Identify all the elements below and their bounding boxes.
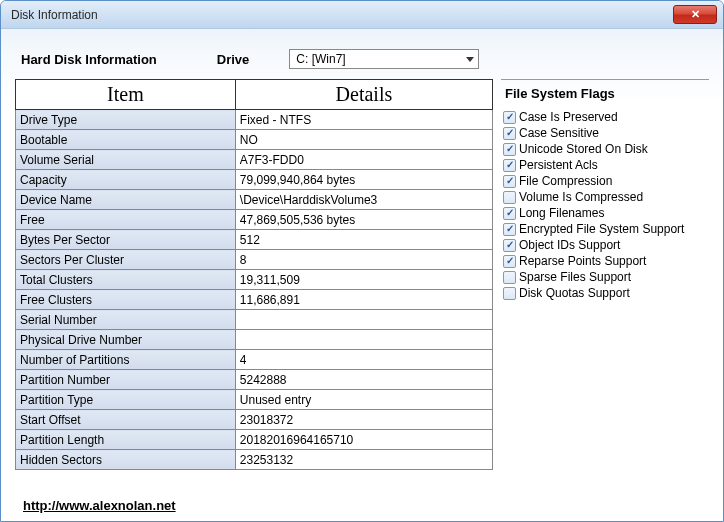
table-cell-details: A7F3-FDD0 (235, 150, 492, 170)
table-row: Drive TypeFixed - NTFS (16, 110, 493, 130)
table-cell-item: Capacity (16, 170, 236, 190)
flag-checkbox[interactable] (503, 191, 516, 204)
flag-checkbox[interactable]: ✓ (503, 143, 516, 156)
flag-checkbox[interactable]: ✓ (503, 159, 516, 172)
table-row: Partition Length20182016964165710 (16, 430, 493, 450)
table-cell-item: Bootable (16, 130, 236, 150)
table-cell-item: Free Clusters (16, 290, 236, 310)
table-cell-details: 4 (235, 350, 492, 370)
footer: http://www.alexnolan.net (23, 498, 176, 513)
table-cell-item: Number of Partitions (16, 350, 236, 370)
table-cell-item: Free (16, 210, 236, 230)
table-cell-details: NO (235, 130, 492, 150)
flag-checkbox[interactable] (503, 287, 516, 300)
flag-label: Reparse Points Support (519, 253, 646, 269)
close-icon: ✕ (691, 8, 700, 21)
flags-panel: File System Flags ✓Case Is Preserved✓Cas… (501, 79, 709, 470)
table-cell-item: Hidden Sectors (16, 450, 236, 470)
flag-label: Persistent Acls (519, 157, 598, 173)
close-button[interactable]: ✕ (673, 5, 717, 24)
flag-item: ✓Case Sensitive (503, 125, 707, 141)
flag-label: Case Is Preserved (519, 109, 618, 125)
table-cell-details: 19,311,509 (235, 270, 492, 290)
table-cell-details (235, 330, 492, 350)
table-row: Total Clusters19,311,509 (16, 270, 493, 290)
flags-title: File System Flags (501, 80, 709, 109)
flag-checkbox[interactable]: ✓ (503, 175, 516, 188)
table-cell-details: Fixed - NTFS (235, 110, 492, 130)
flag-item: Volume Is Compressed (503, 189, 707, 205)
table-row: Volume SerialA7F3-FDD0 (16, 150, 493, 170)
table-cell-details: Unused entry (235, 390, 492, 410)
table-cell-details: 512 (235, 230, 492, 250)
table-cell-details: \Device\HarddiskVolume3 (235, 190, 492, 210)
flag-checkbox[interactable]: ✓ (503, 207, 516, 220)
table-cell-item: Volume Serial (16, 150, 236, 170)
details-table-wrap: Item Details Drive TypeFixed - NTFSBoota… (15, 79, 493, 470)
flag-label: Sparse Files Support (519, 269, 631, 285)
table-row: Free Clusters11,686,891 (16, 290, 493, 310)
table-cell-details: 23018372 (235, 410, 492, 430)
flag-checkbox[interactable]: ✓ (503, 255, 516, 268)
flag-label: Case Sensitive (519, 125, 599, 141)
table-cell-item: Serial Number (16, 310, 236, 330)
table-cell-details (235, 310, 492, 330)
table-cell-item: Total Clusters (16, 270, 236, 290)
table-row: Hidden Sectors23253132 (16, 450, 493, 470)
flag-item: ✓Case Is Preserved (503, 109, 707, 125)
col-header-item: Item (16, 80, 236, 110)
table-cell-item: Bytes Per Sector (16, 230, 236, 250)
table-row: Physical Drive Number (16, 330, 493, 350)
flags-list: ✓Case Is Preserved✓Case Sensitive✓Unicod… (501, 109, 709, 301)
drive-select-value: C: [Win7] (296, 52, 345, 66)
flag-item: ✓Unicode Stored On Disk (503, 141, 707, 157)
table-row: Capacity79,099,940,864 bytes (16, 170, 493, 190)
table-cell-details: 47,869,505,536 bytes (235, 210, 492, 230)
table-row: Number of Partitions4 (16, 350, 493, 370)
table-row: Serial Number (16, 310, 493, 330)
flag-label: File Compression (519, 173, 612, 189)
table-row: Free47,869,505,536 bytes (16, 210, 493, 230)
flag-item: ✓Reparse Points Support (503, 253, 707, 269)
drive-label: Drive (217, 52, 250, 67)
table-cell-item: Device Name (16, 190, 236, 210)
table-row: BootableNO (16, 130, 493, 150)
homepage-link[interactable]: http://www.alexnolan.net (23, 498, 176, 513)
table-cell-item: Physical Drive Number (16, 330, 236, 350)
flag-checkbox[interactable]: ✓ (503, 127, 516, 140)
table-row: Bytes Per Sector512 (16, 230, 493, 250)
header-row: Hard Disk Information Drive C: [Win7] (15, 45, 709, 79)
table-cell-details: 11,686,891 (235, 290, 492, 310)
table-cell-item: Drive Type (16, 110, 236, 130)
flag-label: Unicode Stored On Disk (519, 141, 648, 157)
flag-checkbox[interactable]: ✓ (503, 223, 516, 236)
details-table: Item Details Drive TypeFixed - NTFSBoota… (15, 79, 493, 470)
flag-label: Encrypted File System Support (519, 221, 684, 237)
table-cell-item: Partition Type (16, 390, 236, 410)
flag-checkbox[interactable]: ✓ (503, 111, 516, 124)
window-title: Disk Information (11, 8, 673, 22)
table-cell-item: Partition Number (16, 370, 236, 390)
flag-label: Volume Is Compressed (519, 189, 643, 205)
flag-item: Disk Quotas Support (503, 285, 707, 301)
table-cell-details: 23253132 (235, 450, 492, 470)
table-cell-details: 20182016964165710 (235, 430, 492, 450)
hard-disk-info-label: Hard Disk Information (21, 52, 157, 67)
table-cell-details: 5242888 (235, 370, 492, 390)
content-area: Hard Disk Information Drive C: [Win7] It… (1, 29, 723, 478)
table-cell-item: Start Offset (16, 410, 236, 430)
flag-item: ✓Persistent Acls (503, 157, 707, 173)
table-cell-details: 8 (235, 250, 492, 270)
table-row: Sectors Per Cluster8 (16, 250, 493, 270)
col-header-details: Details (235, 80, 492, 110)
flag-label: Long Filenames (519, 205, 604, 221)
drive-select[interactable]: C: [Win7] (289, 49, 479, 69)
table-cell-details: 79,099,940,864 bytes (235, 170, 492, 190)
flag-checkbox[interactable]: ✓ (503, 239, 516, 252)
main-area: Item Details Drive TypeFixed - NTFSBoota… (15, 79, 709, 470)
table-row: Partition TypeUnused entry (16, 390, 493, 410)
flag-item: Sparse Files Support (503, 269, 707, 285)
table-row: Device Name\Device\HarddiskVolume3 (16, 190, 493, 210)
flag-checkbox[interactable] (503, 271, 516, 284)
flag-item: ✓Object IDs Support (503, 237, 707, 253)
